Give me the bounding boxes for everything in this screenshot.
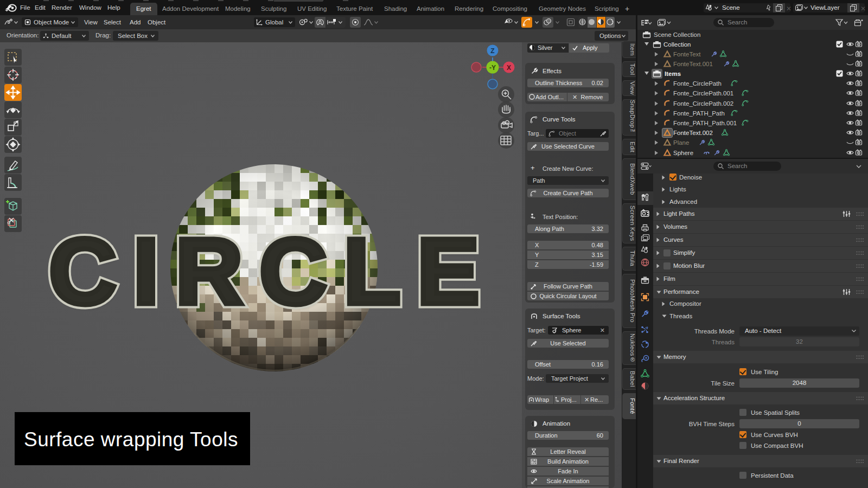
svg-text:Z: Z <box>490 47 494 55</box>
svg-text:-Y: -Y <box>489 64 496 72</box>
svg-text:X: X <box>507 64 511 72</box>
